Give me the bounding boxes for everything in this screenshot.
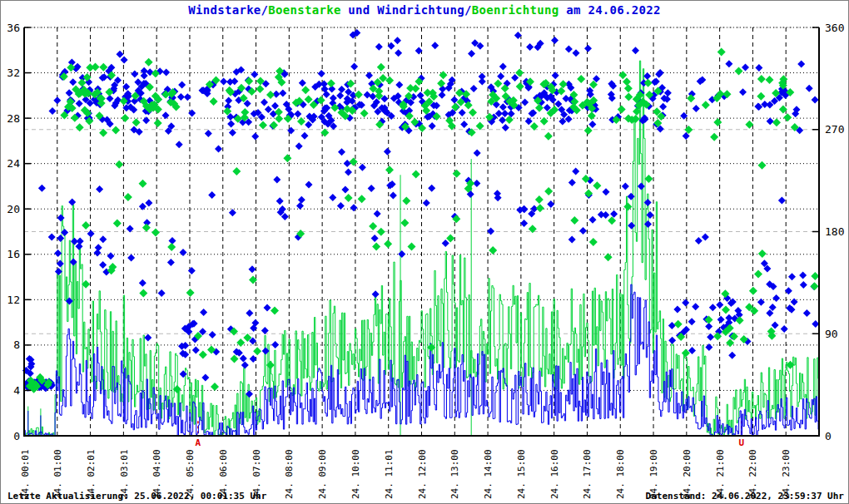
wind-chart: AU0481216202428323609018027036024. 00:01… [1, 1, 848, 503]
y-axis-left-tick-label: 16 [7, 248, 20, 260]
weather-chart-page: Windstarke/Boenstarke und Windrichtung/B… [0, 0, 849, 504]
y-axis-right-tick-label: 90 [825, 328, 838, 340]
y-axis-left-tick-label: 28 [7, 112, 20, 125]
title-part-boenstarke: Boenstarke [268, 3, 340, 17]
sunrise-sunset-markers: AU [196, 421, 745, 448]
x-axis-label: 24. 17:00 [582, 449, 593, 499]
x-axis-label: 24. 15:00 [516, 449, 527, 499]
y-axis-right-tick-label: 180 [825, 225, 844, 238]
y-axis-left-tick-label: 20 [7, 203, 20, 215]
y-axis-left-tick-label: 24 [7, 157, 20, 170]
x-axis-label: 24. 14:00 [483, 449, 494, 499]
title-part-boenrichtung: Boenrichtung [472, 3, 559, 17]
title-part-date: am 24.06.2022 [559, 3, 661, 17]
x-axis-label: 24. 10:00 [350, 449, 361, 499]
sun-marker-label: A [196, 437, 201, 448]
y-axis-left-tick-label: 12 [7, 294, 20, 306]
y-axis-left-tick-label: 8 [13, 338, 20, 351]
x-axis-label: 24. 13:00 [449, 449, 460, 499]
y-axis-left-tick-label: 4 [13, 384, 20, 397]
x-axis-label: 24. 16:00 [549, 449, 560, 499]
y-axis-left-tick-label: 0 [13, 430, 20, 442]
y-axis-right-tick-label: 0 [825, 430, 832, 442]
y-axis-left-tick-label: 36 [7, 22, 20, 34]
sun-marker-label: U [739, 437, 745, 448]
x-axis-label: 24. 11:01 [384, 449, 395, 499]
last-update-caption: Letzte Aktualisierung: 25.06.2022, 00:01… [7, 491, 266, 502]
chart-title: Windstarke/Boenstarke und Windrichtung/B… [1, 3, 848, 17]
title-part-windstarke: Windstarke/ [188, 3, 268, 17]
y-axis-left-tick-label: 32 [7, 67, 20, 79]
y-axis-right-tick-label: 270 [825, 123, 844, 136]
data-timestamp-caption: Datenstand: 24.06.2022, 23:59:37 Uhr [646, 491, 844, 502]
x-axis-label: 24. 18:00 [615, 449, 626, 499]
x-axis-label: 24. 09:00 [317, 449, 328, 499]
x-axis-label: 24. 08:00 [284, 449, 295, 499]
y-axis-right-tick-label: 360 [825, 22, 844, 34]
x-axis-label: 24. 12:00 [417, 449, 428, 499]
title-part-und-windrichtung: und Windrichtung/ [341, 3, 472, 17]
